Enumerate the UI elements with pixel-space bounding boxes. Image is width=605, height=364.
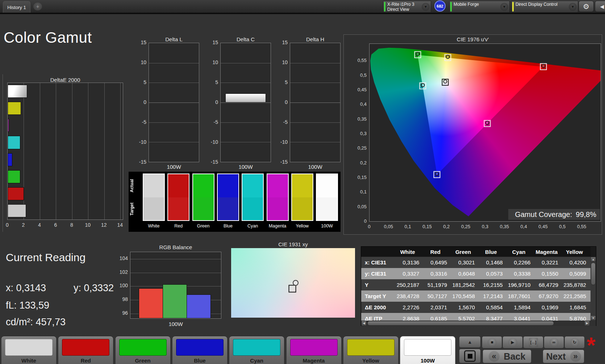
chevron-down-icon[interactable]: ▼: [569, 3, 577, 11]
source-dropdown[interactable]: Mobile Forge ▼: [449, 1, 510, 13]
cie-marker-green: [414, 51, 421, 58]
next-button[interactable]: Next »: [543, 350, 584, 363]
patch-label: Yellow: [343, 357, 398, 364]
table-row: y: CIE310,33270,33160,60480,05730,33380,…: [361, 268, 591, 279]
transport-play-button[interactable]: ▶: [502, 336, 523, 348]
panel-expand-button[interactable]: ▲: [459, 336, 481, 348]
add-tab-icon: +: [36, 4, 39, 9]
table-value: 51,1979: [424, 279, 451, 290]
cie-y-tick: 0,5: [351, 72, 367, 78]
patch-label: Magenta: [287, 357, 341, 364]
table-value: 0,3338: [507, 268, 535, 279]
table-value: 8,3477: [479, 313, 507, 321]
rgb-bar-blue: [187, 294, 211, 318]
cie-x-tick: 0,45: [535, 224, 551, 229]
stop-target-button[interactable]: [459, 349, 481, 363]
gridline: [120, 83, 121, 219]
range-icon: [↔]: [529, 338, 538, 347]
row-label: Y: [361, 279, 396, 290]
transport-stop-button[interactable]: ■: [482, 336, 502, 348]
target-swatch: [193, 197, 214, 221]
table-value: 0,3021: [451, 257, 479, 268]
collapse-panel-button[interactable]: ◀: [595, 1, 605, 12]
actual-swatch: [218, 174, 238, 197]
deltae-bar-cyan: [8, 136, 20, 149]
target-swatch: [267, 197, 288, 221]
deltae-chart-title: DeltaE 2000: [7, 77, 123, 83]
actual-swatch: [267, 174, 288, 197]
rgb-bar-green: [163, 284, 187, 318]
transport-range-button[interactable]: [↔]: [523, 336, 543, 348]
delta_h-chart: [290, 43, 341, 162]
cie-marker-yellow: [444, 54, 451, 61]
deltae-x-tick: 6: [52, 222, 59, 228]
patch-button-red[interactable]: Red: [58, 336, 113, 364]
control-status-strip: [512, 2, 514, 12]
table-value: 0,2266: [507, 257, 535, 268]
patch-swatch: [404, 339, 451, 356]
cie-x-tick: 0: [361, 224, 377, 229]
scroll-right-button[interactable]: ▶: [584, 321, 590, 326]
back-button[interactable]: « Back: [483, 350, 531, 363]
patch-button-white[interactable]: White: [1, 336, 57, 364]
rgb-balance-x-label: 100W: [130, 321, 221, 327]
table-value: 0,4200: [563, 257, 591, 268]
cie-x-tick: 0,25: [458, 224, 474, 229]
next-icon: »: [570, 351, 581, 362]
table-value: 0,6048: [451, 268, 479, 279]
gridline: [221, 102, 271, 103]
table-value: 0,3316: [424, 268, 451, 279]
tab-bar-divider: [0, 13, 605, 14]
actual-swatch: [317, 174, 337, 197]
patch-button-blue[interactable]: Blue: [172, 336, 228, 364]
rgb-y-tick: 98: [116, 296, 128, 302]
row-label: x: CIE31: [361, 257, 396, 268]
scroll-down-button[interactable]: ▼: [591, 315, 596, 321]
deltae-x-tick: 8: [68, 222, 75, 228]
table-horizontal-scrollbar[interactable]: ◀ ▶: [361, 321, 596, 326]
patch-button-magenta[interactable]: Magenta: [286, 336, 342, 364]
delta_c-y-tick: -5: [204, 119, 218, 125]
cie-x-tick: 0,55: [574, 224, 590, 229]
cie-y-tick: 0,35: [351, 116, 367, 122]
patch-button-100w[interactable]: 100W: [400, 336, 455, 364]
gridline: [149, 142, 199, 142]
transport-refresh-button[interactable]: ↻: [564, 336, 585, 348]
gridline: [290, 142, 340, 142]
add-tab-button[interactable]: +: [33, 3, 42, 11]
delta_c-y-tick: -10: [204, 139, 218, 145]
cie-y-tick: 0,4: [351, 101, 367, 107]
patch-label: 100W: [400, 357, 455, 364]
target-swatch: [143, 197, 164, 221]
delta_c-y-tick: 0: [204, 99, 218, 105]
transport-infinity-button[interactable]: ∞: [544, 336, 564, 348]
display-control-dropdown[interactable]: Direct Display Control ▼: [511, 1, 578, 13]
delta_c-y-tick: 10: [204, 59, 218, 65]
table-row: Y250,218751,1979181,254216,2155196,97106…: [361, 279, 591, 290]
table-vertical-scrollbar[interactable]: ▲ ▼: [591, 257, 596, 321]
patch-button-cyan[interactable]: Cyan: [229, 336, 284, 364]
chevron-down-icon[interactable]: ▼: [422, 3, 430, 11]
stop-icon: ■: [488, 338, 497, 347]
meter-status-strip: [384, 2, 385, 12]
patch-button-yellow[interactable]: Yellow: [343, 336, 399, 364]
settings-gear-button[interactable]: ⚙: [579, 1, 594, 12]
rgb-balance-title: RGB Balance: [130, 244, 221, 250]
stop-frame-icon: [464, 350, 476, 362]
gridline: [290, 122, 340, 123]
scroll-up-button[interactable]: ▲: [591, 257, 596, 262]
chevron-down-icon[interactable]: ▼: [500, 3, 508, 11]
patch-button-green[interactable]: Green: [115, 336, 171, 364]
deltae-x-tick: 12: [100, 222, 108, 228]
vscroll-thumb[interactable]: [591, 263, 596, 285]
table-value: 187,7601: [507, 290, 535, 302]
cie-y-tick: 0,1: [351, 189, 367, 194]
gridline: [40, 83, 40, 219]
scroll-left-button[interactable]: ◀: [361, 321, 367, 326]
tab-history[interactable]: History 1: [3, 1, 30, 13]
hscroll-thumb[interactable]: [367, 321, 554, 326]
table-row: Target Y238,472850,7127170,545817,214318…: [361, 290, 591, 302]
swatch-column-100w: [316, 173, 338, 221]
meter-dropdown[interactable]: X-Rite i1Pro 3 Direct View ▼: [383, 1, 431, 13]
delta_h-y-tick: -10: [274, 139, 288, 145]
